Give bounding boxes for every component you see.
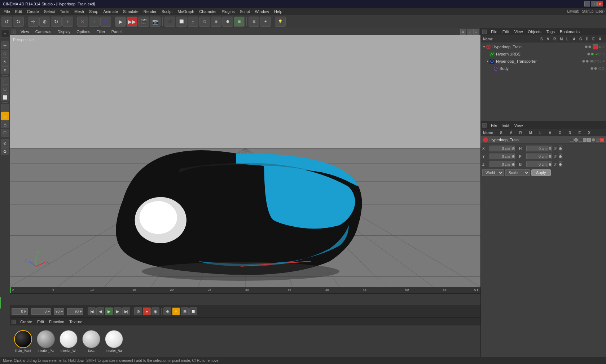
- menu-animate[interactable]: Animate: [101, 9, 120, 14]
- attr-y-pos-spin[interactable]: ⊕: [511, 154, 515, 159]
- coord-mode-dropdown[interactable]: World Local Parent: [482, 169, 504, 176]
- obj-menu-bookmarks[interactable]: Bookmarks: [558, 29, 582, 35]
- maximize-btn[interactable]: □: [591, 1, 597, 6]
- x-axis-btn[interactable]: ✕: [77, 17, 88, 27]
- obj-row-hyperloop-train[interactable]: ▼ Hyperloop_Train ⊞ ⬡: [481, 43, 606, 50]
- attr-h-input[interactable]: [526, 146, 548, 151]
- anim-last-frame[interactable]: ▶|: [122, 307, 130, 315]
- left-texture-btn[interactable]: ⊘: [1, 139, 9, 147]
- menu-select[interactable]: Select: [42, 9, 57, 14]
- left-point-mode-btn[interactable]: ·: [1, 104, 9, 112]
- select-all-btn[interactable]: +: [62, 17, 73, 27]
- vp-menu-options[interactable]: Options: [74, 29, 93, 34]
- menu-edit[interactable]: Edit: [13, 9, 24, 14]
- deform-btn[interactable]: ⊟: [249, 17, 259, 27]
- vp-menu-filter[interactable]: Filter: [93, 29, 108, 34]
- anim-motion-trail[interactable]: ⊕: [163, 307, 171, 315]
- attr-y-pos[interactable]: [489, 154, 511, 159]
- obj-menu-edit[interactable]: Edit: [500, 29, 511, 35]
- menu-window[interactable]: Window: [253, 9, 271, 14]
- mat-handle[interactable]: ⋮: [12, 320, 16, 324]
- attr-p-input[interactable]: [526, 154, 548, 159]
- vp-menu-panel[interactable]: Panel: [109, 29, 124, 34]
- anim-dope-sheet[interactable]: 🔲: [189, 307, 197, 315]
- effector-btn[interactable]: ✦: [260, 17, 271, 27]
- render-settings-btn[interactable]: 📷: [150, 17, 161, 27]
- apply-button[interactable]: Apply: [531, 169, 551, 176]
- y-axis-btn[interactable]: ↑: [89, 17, 100, 27]
- move-mode-btn[interactable]: ✛: [28, 17, 39, 27]
- left-rotate-btn[interactable]: ↻: [1, 58, 9, 66]
- left-model-mode-btn[interactable]: ⊡: [1, 129, 9, 137]
- menu-mesh[interactable]: Mesh: [72, 9, 86, 14]
- attr-z-pos[interactable]: [489, 161, 511, 167]
- obj-row-hypernurbs[interactable]: HyperNURBS ✓ ⬡ ⬡: [481, 50, 606, 58]
- attr-x-pos[interactable]: [489, 146, 511, 151]
- obj-btn-7[interactable]: ⊞: [234, 17, 245, 27]
- viewport-3d[interactable]: X Y Z Perspective: [10, 35, 480, 287]
- menu-sculpt[interactable]: Sculpt: [159, 9, 175, 14]
- menu-simulate[interactable]: Simulate: [121, 9, 141, 14]
- mat-menu-edit[interactable]: Edit: [35, 319, 46, 325]
- attr-z-deg-spin[interactable]: ⊕: [559, 161, 562, 167]
- obj-btn-2[interactable]: ⬜: [176, 17, 187, 27]
- attr-b-input[interactable]: [526, 161, 548, 167]
- anim-auto-key[interactable]: ●: [143, 307, 151, 315]
- undo-btn[interactable]: ↺: [1, 17, 12, 27]
- menu-render[interactable]: Render: [141, 9, 159, 14]
- anim-play-btn[interactable]: ▶: [105, 307, 113, 315]
- attr-handle[interactable]: ⋮: [482, 123, 487, 128]
- left-poly-btn[interactable]: ⬜: [1, 93, 9, 101]
- left-edge-mode-btn[interactable]: ⊞: [1, 112, 9, 120]
- vp-ctrl-1[interactable]: ⊕: [460, 29, 466, 35]
- attr-b-spin[interactable]: ⊕: [548, 161, 552, 167]
- obj-btn-4[interactable]: ⬡: [199, 17, 210, 27]
- mat-seat[interactable]: Seat: [81, 330, 101, 352]
- anim-next-frame[interactable]: ▶: [114, 307, 122, 315]
- attr-p-spin[interactable]: ⊕: [548, 154, 552, 159]
- left-move-btn[interactable]: ✛: [1, 41, 9, 49]
- attr-z-pos-spin[interactable]: ⊕: [511, 161, 515, 167]
- menu-tools[interactable]: Tools: [58, 9, 71, 14]
- render-all-btn[interactable]: ▶▶: [127, 17, 137, 27]
- attr-y-deg-spin[interactable]: ⊕: [559, 154, 562, 159]
- attr-menu-edit[interactable]: Edit: [500, 123, 511, 128]
- mat-interior-pa[interactable]: Interior_Pa: [36, 330, 56, 352]
- redo-btn[interactable]: ↻: [13, 17, 24, 27]
- left-scale-btn[interactable]: ⊕: [1, 50, 9, 58]
- anim-curve-editor[interactable]: ⊞: [181, 307, 189, 315]
- viewport-handle[interactable]: ⋮: [12, 30, 16, 34]
- mat-interior-wi[interactable]: Interior_Wi: [58, 330, 78, 352]
- anim-record-btn[interactable]: ⊙: [134, 307, 142, 315]
- mat-menu-function[interactable]: Function: [47, 319, 66, 325]
- attr-x-pos-spin[interactable]: ⊕: [511, 146, 515, 151]
- obj-menu-tags[interactable]: Tags: [544, 29, 557, 35]
- menu-script[interactable]: Script: [238, 9, 252, 14]
- frame-start-input[interactable]: [31, 308, 51, 315]
- anim-prev-frame[interactable]: ◀: [96, 307, 104, 315]
- left-live-select-btn[interactable]: ⊡: [1, 85, 9, 93]
- obj-btn-1[interactable]: ⬛: [164, 17, 175, 27]
- attr-h-spin[interactable]: ⊕: [548, 146, 552, 151]
- attr-x-deg-spin[interactable]: ⊕: [559, 146, 562, 151]
- scale-mode-btn[interactable]: ⊕: [39, 17, 50, 27]
- timeline-track[interactable]: [10, 294, 480, 305]
- render-view-btn[interactable]: ▶: [115, 17, 126, 27]
- left-object-mode-btn[interactable]: △: [1, 120, 9, 128]
- obj-btn-3[interactable]: △: [188, 17, 198, 27]
- vp-menu-cameras[interactable]: Cameras: [32, 29, 54, 34]
- menu-file[interactable]: File: [1, 9, 12, 14]
- menu-snap[interactable]: Snap: [87, 9, 101, 14]
- minimize-btn[interactable]: —: [584, 1, 590, 6]
- vp-menu-view[interactable]: View: [18, 29, 32, 34]
- menu-plugins[interactable]: Plugins: [220, 9, 237, 14]
- z-axis-btn[interactable]: ⊙: [100, 17, 111, 27]
- menu-mograph[interactable]: MoGraph: [175, 9, 196, 14]
- left-hair-btn[interactable]: ✿: [1, 147, 9, 155]
- current-frame-input[interactable]: [12, 308, 28, 315]
- mat-interior-ra[interactable]: Interior_Ra: [104, 330, 124, 352]
- light-btn[interactable]: 💡: [275, 17, 286, 27]
- attr-obj-row[interactable]: Hyperloop_Train ✕: [481, 136, 606, 143]
- obj-handle[interactable]: ⋮: [482, 30, 487, 34]
- obj-btn-5[interactable]: ⊕: [211, 17, 221, 27]
